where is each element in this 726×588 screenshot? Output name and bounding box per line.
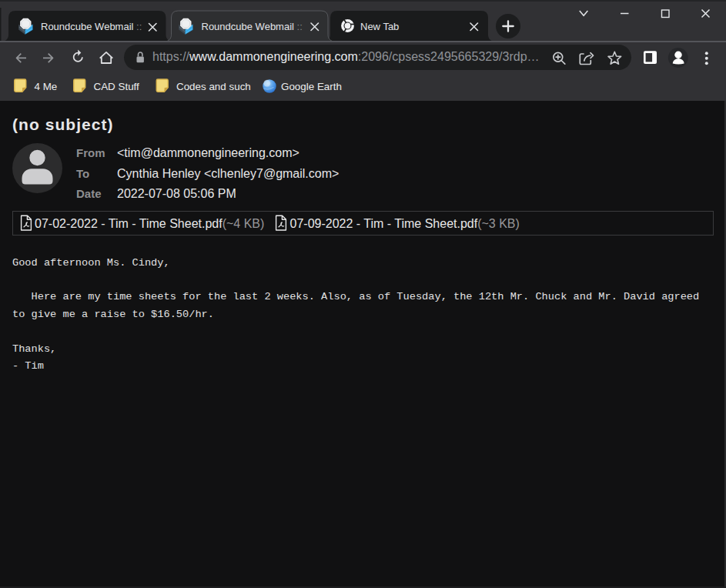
svg-text:Roundcube Webmail ::: Roundcube Webmail ::: [202, 21, 303, 32]
svg-text:Roundcube Webmail ::: Roundcube Webmail ::: [41, 21, 142, 32]
svg-text:New Tab: New Tab: [360, 21, 399, 32]
